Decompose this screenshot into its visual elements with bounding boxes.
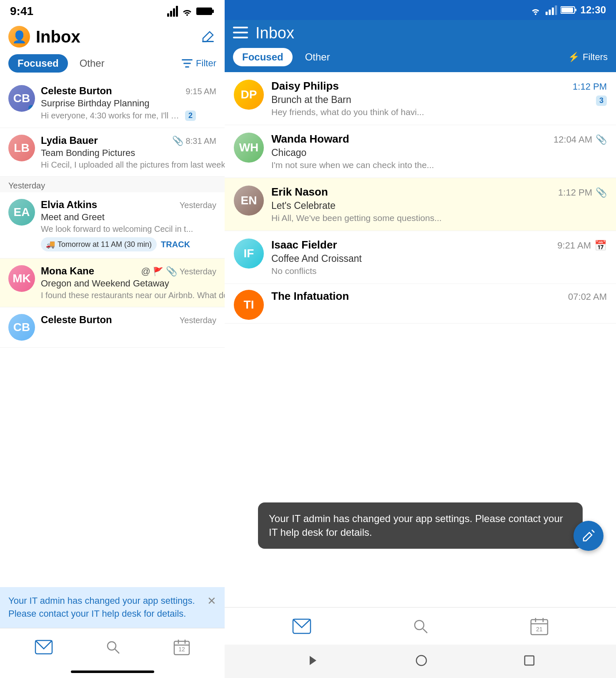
home-icon xyxy=(415,654,428,667)
left-header-title: Inbox xyxy=(36,28,80,46)
email-content: Elvia Atkins Yesterday Meet and Greet We… xyxy=(41,199,216,251)
compose-button[interactable] xyxy=(200,28,216,45)
compose-icon xyxy=(581,528,596,543)
nav-calendar[interactable]: 12 xyxy=(173,639,190,655)
close-banner-button[interactable]: ✕ xyxy=(207,595,216,608)
right-filter-button[interactable]: ⚡ Filters xyxy=(568,52,608,63)
it-banner-text: Your IT admin has changed your app setti… xyxy=(8,595,203,620)
nav-mail[interactable] xyxy=(35,640,53,655)
avatar: CB xyxy=(8,314,35,341)
email-sender: Wanda Howard xyxy=(271,133,349,146)
nav-mail[interactable] xyxy=(292,618,311,634)
email-item[interactable]: EA Elvia Atkins Yesterday Meet and Greet… xyxy=(0,192,225,259)
email-item[interactable]: CB Celeste Burton 9:15 AM Surprise Birth… xyxy=(0,78,225,128)
right-header-title: Inbox xyxy=(255,24,608,42)
svg-rect-21 xyxy=(233,27,248,28)
right-bottom-nav: 21 xyxy=(225,607,616,645)
tab-other[interactable]: Other xyxy=(72,54,112,73)
badge: 3 xyxy=(596,95,607,106)
email-item[interactable]: IF Isaac Fielder 9:21 AM 📅 Coffee And Cr… xyxy=(225,231,616,284)
svg-rect-22 xyxy=(233,32,248,33)
back-button[interactable] xyxy=(306,654,319,668)
svg-rect-3 xyxy=(182,59,193,60)
email-content: Erik Nason 1:12 PM 📎 Let's Celebrate Hi … xyxy=(271,186,607,223)
home-indicator xyxy=(0,665,225,678)
battery-icon xyxy=(196,7,215,16)
right-status-icons: 12:30 xyxy=(529,4,606,16)
email-item[interactable]: MK Mona Kane @ 🚩 📎 Yesterday Oregon and … xyxy=(0,259,225,307)
filter-button[interactable]: Filter xyxy=(182,58,216,69)
email-item[interactable]: DP Daisy Philips 1:12 PM Brunch at the B… xyxy=(225,72,616,125)
email-time: Yesterday xyxy=(180,267,216,276)
email-item[interactable]: CB Celeste Burton Yesterday xyxy=(0,307,225,348)
email-preview: I'm not sure when we can check into the.… xyxy=(271,160,434,170)
svg-rect-1 xyxy=(212,10,214,13)
user-avatar[interactable]: 👤 xyxy=(8,26,30,48)
nav-search[interactable] xyxy=(105,640,120,655)
attachment-icon: 📎 xyxy=(166,266,177,277)
nav-search[interactable] xyxy=(413,618,428,634)
rtab-other[interactable]: Other xyxy=(298,48,338,66)
email-time: 07:02 AM xyxy=(568,291,607,302)
svg-rect-19 xyxy=(561,8,573,13)
svg-text:12: 12 xyxy=(178,646,185,653)
email-preview: We look forward to welcoming Cecil in t.… xyxy=(41,224,193,234)
svg-rect-20 xyxy=(575,9,576,11)
svg-rect-35 xyxy=(525,656,534,665)
email-preview: I found these restaurants near our Airbn… xyxy=(41,291,225,300)
email-item[interactable]: WH Wanda Howard 12:04 AM 📎 Chicago I'm n… xyxy=(225,125,616,178)
email-content: Daisy Philips 1:12 PM Brunch at the Barn… xyxy=(271,80,607,117)
email-sender: Elvia Atkins xyxy=(41,199,97,211)
email-content: Isaac Fielder 9:21 AM 📅 Coffee And Crois… xyxy=(271,239,607,276)
left-header: 👤 Inbox xyxy=(0,23,225,53)
email-content: The Infatuation 07:02 AM xyxy=(271,290,607,304)
email-content: Mona Kane @ 🚩 📎 Yesterday Oregon and Wee… xyxy=(41,265,216,300)
signal-icon xyxy=(167,6,178,17)
home-button[interactable] xyxy=(415,654,428,668)
avatar: DP xyxy=(234,80,264,110)
back-icon xyxy=(306,654,319,667)
track-row: 🚚 Tomorrow at 11 AM (30 min) TRACK xyxy=(41,237,216,251)
avatar: IF xyxy=(234,239,264,269)
email-subject: Coffee And Croissant xyxy=(271,253,607,264)
right-header: Inbox xyxy=(225,20,616,48)
recents-button[interactable] xyxy=(524,655,535,668)
left-status-bar: 9:41 xyxy=(0,0,225,23)
email-sender: Celeste Burton xyxy=(41,85,112,97)
track-button[interactable]: TRACK xyxy=(161,240,190,249)
svg-point-7 xyxy=(108,642,116,650)
tab-focused[interactable]: Focused xyxy=(8,54,68,73)
email-time: 9:15 AM xyxy=(186,87,216,96)
email-sender: The Infatuation xyxy=(271,290,349,303)
wifi-icon xyxy=(529,5,542,15)
rtab-focused[interactable]: Focused xyxy=(233,48,293,66)
svg-rect-16 xyxy=(552,8,554,15)
avatar: TI xyxy=(234,290,264,320)
email-subject: Brunch at the Barn xyxy=(271,94,351,105)
recents-icon xyxy=(524,655,535,666)
email-time: 1:12 PM xyxy=(573,81,607,92)
svg-point-26 xyxy=(415,620,424,630)
avatar: MK xyxy=(8,265,35,292)
email-sender: Isaac Fielder xyxy=(271,239,337,251)
truck-icon: 🚚 xyxy=(46,240,55,249)
email-time: 1:12 PM xyxy=(558,187,592,198)
email-time: 9:21 AM xyxy=(557,240,591,251)
svg-line-8 xyxy=(115,649,119,653)
right-email-list: DP Daisy Philips 1:12 PM Brunch at the B… xyxy=(225,72,616,607)
email-content: Celeste Burton Yesterday xyxy=(41,314,216,327)
email-item[interactable]: TI The Infatuation 07:02 AM xyxy=(225,284,616,324)
filter-label: Filter xyxy=(196,58,216,69)
hamburger-button[interactable] xyxy=(233,27,248,40)
left-time: 9:41 xyxy=(10,5,33,18)
email-time: 8:31 AM xyxy=(186,136,216,146)
at-icon: @ xyxy=(141,266,150,277)
email-preview: No conflicts xyxy=(271,266,317,276)
home-bar xyxy=(71,670,154,673)
compose-fab[interactable] xyxy=(573,521,603,551)
search-icon xyxy=(413,618,428,634)
email-item[interactable]: EN Erik Nason 1:12 PM 📎 Let's Celebrate … xyxy=(225,178,616,231)
email-item[interactable]: LB Lydia Bauer 📎 8:31 AM Team Bonding Pi… xyxy=(0,128,225,177)
svg-rect-17 xyxy=(555,5,557,15)
nav-calendar[interactable]: 21 xyxy=(530,617,548,635)
